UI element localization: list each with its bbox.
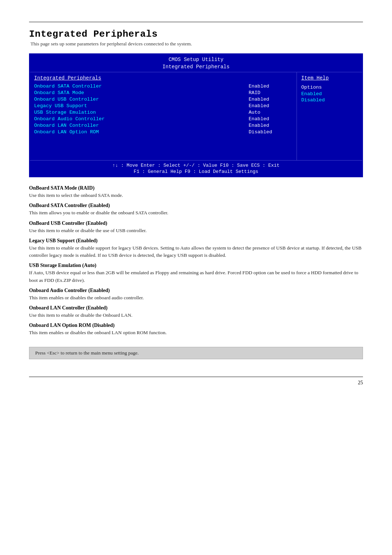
bottom-area: 25 [29, 377, 363, 386]
bios-row-value: Enabled [249, 116, 292, 122]
bios-row-label: Onboard SATA Controller [34, 84, 249, 89]
bios-row: Onboard USB ControllerEnabled [34, 96, 292, 102]
bios-row: USB Storage EmulationAuto [34, 109, 292, 116]
bios-row: Onboard SATA ControllerEnabled [34, 83, 292, 89]
bios-row-label: Legacy USB Support [34, 103, 249, 109]
bios-row-value: Disabled [249, 129, 292, 135]
bios-row-label: Onboard SATA Mode [34, 90, 249, 96]
bios-options: EnabledDisabled [301, 91, 358, 103]
bios-option-value: Disabled [301, 97, 358, 103]
top-rule [29, 22, 363, 22]
desc-text: Use this item to enable or disable the u… [29, 227, 363, 234]
desc-heading: Onboard LAN Controller (Enabled) [29, 305, 363, 311]
bios-row: Onboard LAN ControllerEnabled [34, 122, 292, 129]
description-section: Onboard Audio Controller (Enabled)This i… [29, 288, 363, 301]
description-section: OnBoard USB Controller (Enabled)Use this… [29, 220, 363, 234]
desc-heading: Onboard Audio Controller (Enabled) [29, 288, 363, 293]
bios-box: CMOS Setup Utility Integrated Peripheral… [29, 53, 363, 177]
desc-heading: OnBoard SATA Mode (RAID) [29, 185, 363, 191]
bios-options-label: Options [301, 85, 358, 90]
description-section: Onboard LAN Option ROM (Disabled)This it… [29, 323, 363, 336]
desc-heading: OnBoard USB Controller (Enabled) [29, 220, 363, 226]
bios-row-label: Onboard Audio Controller [34, 116, 249, 122]
bios-subheader: Integrated Peripherals [30, 63, 362, 72]
page-title: Integrated Peripherals [29, 29, 363, 40]
bios-row-value: Enabled [249, 97, 292, 102]
desc-text: If Auto, USB device equal or less than 2… [29, 269, 363, 284]
bios-row: Legacy USB SupportEnabled [34, 103, 292, 109]
bios-row-value: Enabled [249, 123, 292, 128]
bios-row: Onboard Audio ControllerEnabled [34, 116, 292, 122]
desc-heading: OnBoard SATA Controller (Enabled) [29, 203, 363, 208]
bios-row: Onboard SATA ModeRAID [34, 90, 292, 96]
desc-text: Use this item to enable or disable suppo… [29, 244, 363, 259]
bios-left-title: Integrated Peripherals [34, 75, 292, 81]
desc-text: Use this item to select the onboard SATA… [29, 192, 363, 199]
bios-row-value: Auto [249, 110, 292, 115]
bios-row-value: RAID [249, 90, 292, 96]
bios-footer: ↑↓ : Move Enter : Select +/-/ : Value F1… [30, 160, 362, 177]
desc-text: This item enables or disables the onboar… [29, 329, 363, 336]
bios-row-value: Enabled [249, 103, 292, 109]
desc-text: Use this item to enable or disable the O… [29, 312, 363, 319]
desc-heading: Onboard LAN Option ROM (Disabled) [29, 323, 363, 328]
bios-header: CMOS Setup Utility [30, 54, 362, 63]
bios-rows: Onboard SATA ControllerEnabledOnboard SA… [34, 83, 292, 135]
desc-heading: Legacy USB Support (Enabled) [29, 238, 363, 244]
bios-row: Onboard LAN Option ROMDisabled [34, 129, 292, 135]
descriptions-container: OnBoard SATA Mode (RAID)Use this item to… [29, 185, 363, 337]
bios-row-label: Onboard USB Controller [34, 97, 249, 102]
description-section: OnBoard SATA Controller (Enabled)This it… [29, 203, 363, 216]
bios-row-label: USB Storage Emulation [34, 110, 249, 115]
bios-footer-line2: F1 : General Help F9 : Load Default Sett… [30, 169, 362, 174]
page-subtitle: This page sets up some parameters for pe… [30, 41, 363, 47]
bios-footer-line1: ↑↓ : Move Enter : Select +/-/ : Value F1… [30, 163, 362, 168]
page-number: 25 [358, 380, 363, 386]
desc-text: This item allows you to enable or disabl… [29, 209, 363, 216]
desc-heading: USB Storage Emulation (Auto) [29, 263, 363, 268]
description-section: OnBoard SATA Mode (RAID)Use this item to… [29, 185, 363, 199]
bios-option-value: Enabled [301, 91, 358, 97]
description-section: USB Storage Emulation (Auto)If Auto, USB… [29, 263, 363, 284]
bios-row-label: Onboard LAN Controller [34, 123, 249, 128]
bios-row-label: Onboard LAN Option ROM [34, 129, 249, 135]
bios-spacer [34, 135, 292, 157]
description-section: Legacy USB Support (Enabled)Use this ite… [29, 238, 363, 259]
bios-right-panel: Item Help Options EnabledDisabled [297, 72, 362, 160]
bios-left-panel: Integrated Peripherals Onboard SATA Cont… [30, 72, 297, 160]
description-section: Onboard LAN Controller (Enabled)Use this… [29, 305, 363, 319]
bios-item-help-title: Item Help [301, 75, 358, 81]
esc-note: Press <Esc> to return to the main menu s… [29, 347, 363, 359]
bios-content: Integrated Peripherals Onboard SATA Cont… [30, 72, 362, 160]
bios-row-value: Enabled [249, 84, 292, 89]
desc-text: This item enables or disables the onboar… [29, 294, 363, 301]
